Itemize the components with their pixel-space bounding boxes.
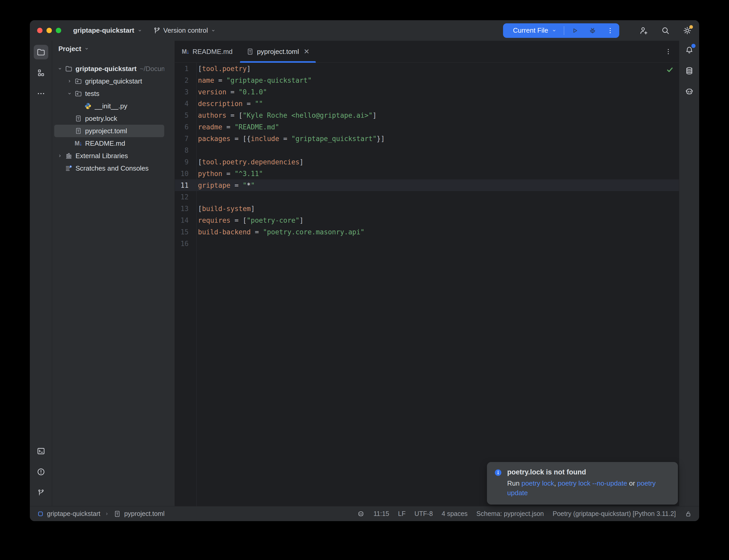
chevron-down-icon xyxy=(137,28,143,33)
code-text: griptape = "*" xyxy=(196,181,255,189)
statusbar-item-4-spaces[interactable]: 4 spaces xyxy=(442,510,468,517)
project-panel-header[interactable]: Project xyxy=(52,41,175,53)
run-config-selector[interactable]: Current File xyxy=(513,26,548,34)
user-plus-icon[interactable] xyxy=(639,26,648,35)
code-line-7[interactable]: 7packages = [{include = "griptape_quicks… xyxy=(175,133,679,144)
code-line-10[interactable]: 10python = "^3.11" xyxy=(175,168,679,179)
scratches-icon xyxy=(65,164,73,172)
code-text: [build-system] xyxy=(196,205,255,213)
code-line-14[interactable]: 14requires = ["poetry-core"] xyxy=(175,214,679,226)
copilot-icon[interactable] xyxy=(357,510,365,518)
code-text: packages = [{include = "griptape_quickst… xyxy=(196,135,385,143)
breadcrumb-item-griptape-quickstart[interactable]: griptape-quickstart xyxy=(37,510,100,517)
terminal-tool-button[interactable] xyxy=(34,444,48,458)
project-tool-button[interactable] xyxy=(34,45,48,59)
notifications-tool-button[interactable] xyxy=(682,43,697,57)
tab-readme-md[interactable]: M↓README.md xyxy=(175,41,239,62)
chevron-right-icon[interactable] xyxy=(55,153,65,159)
search-icon[interactable] xyxy=(661,26,670,35)
code-line-15[interactable]: 15build-backend = "poetry.core.masonry.a… xyxy=(175,226,679,238)
statusbar-item-schema-pyproject-json[interactable]: Schema: pyproject.json xyxy=(476,510,544,517)
close-window-button[interactable] xyxy=(37,28,43,33)
tree-item-readme-md[interactable]: M↓README.md xyxy=(54,137,164,150)
chevron-right-icon[interactable] xyxy=(65,78,74,84)
code-line-8[interactable]: 8 xyxy=(175,144,679,156)
code-editor[interactable]: 1[tool.poetry]2name = "griptape-quicksta… xyxy=(175,63,679,506)
lock-open-icon[interactable] xyxy=(685,510,692,517)
tree-item-init-py[interactable]: __init__.py xyxy=(54,100,164,112)
tree-item-poetry-lock[interactable]: poetry.lock xyxy=(54,112,164,125)
structure-tool-button[interactable] xyxy=(34,66,48,80)
project-widget[interactable]: griptape-quickstart xyxy=(73,26,143,34)
notification-title: poetry.lock is not found xyxy=(507,468,670,476)
tab-pyproject-toml[interactable]: pyproject.toml✕ xyxy=(239,41,316,62)
tree-item-pyproject-toml[interactable]: pyproject.toml xyxy=(54,125,164,137)
code-line-6[interactable]: 6readme = "README.md" xyxy=(175,121,679,133)
toml-icon xyxy=(74,127,82,135)
tree-item-griptape-quickstart[interactable]: griptape_quickstart xyxy=(54,75,164,87)
ai-assistant-tool-button[interactable] xyxy=(682,84,697,99)
code-text: authors = ["Kyle Roche <hello@griptape.a… xyxy=(196,111,377,119)
tab-options-kebab-icon[interactable] xyxy=(664,48,679,55)
more-run-options-button[interactable] xyxy=(606,27,614,34)
line-number: 7 xyxy=(175,135,196,143)
code-line-5[interactable]: 5authors = ["Kyle Roche <hello@griptape.… xyxy=(175,109,679,121)
chevron-down-icon[interactable] xyxy=(551,28,557,33)
statusbar-item-poetry-griptape-quickstart-pyt[interactable]: Poetry (griptape-quickstart) [Python 3.1… xyxy=(553,510,676,517)
settings-update-badge xyxy=(689,25,693,29)
code-line-11[interactable]: 11griptape = "*" xyxy=(175,179,679,191)
code-line-3[interactable]: 3version = "0.1.0" xyxy=(175,86,679,98)
statusbar-item-lf[interactable]: LF xyxy=(398,510,406,517)
chevron-down-icon xyxy=(210,28,216,33)
breadcrumb-label: pyproject.toml xyxy=(124,510,165,517)
settings-button[interactable] xyxy=(683,26,692,35)
tree-item-tests[interactable]: tests xyxy=(54,87,164,100)
tree-item-scratches-and-consoles[interactable]: Scratches and Consoles xyxy=(54,162,164,174)
inspections-check-icon[interactable] xyxy=(666,66,674,74)
line-number: 11 xyxy=(175,181,196,189)
line-number: 12 xyxy=(175,193,196,201)
code-line-4[interactable]: 4description = "" xyxy=(175,98,679,109)
chevron-down-icon[interactable] xyxy=(55,66,65,72)
notification-popup[interactable]: poetry.lock is not found Run poetry lock… xyxy=(487,462,678,505)
statusbar-item-11-15[interactable]: 11:15 xyxy=(374,510,390,517)
code-text: python = "^3.11" xyxy=(196,170,263,178)
notification-link-poetry-lock[interactable]: poetry lock xyxy=(522,479,554,487)
zoom-window-button[interactable] xyxy=(56,28,61,33)
code-line-1[interactable]: 1[tool.poetry] xyxy=(175,63,679,74)
close-tab-icon[interactable]: ✕ xyxy=(303,47,309,56)
more-icon xyxy=(37,89,45,98)
chevron-down-icon[interactable] xyxy=(65,91,74,96)
code-line-13[interactable]: 13[build-system] xyxy=(175,203,679,214)
debug-button[interactable] xyxy=(589,27,596,34)
version-control-tool-button[interactable] xyxy=(34,485,48,500)
code-text: build-backend = "poetry.core.masonry.api… xyxy=(196,228,364,236)
line-number: 4 xyxy=(175,100,196,108)
database-icon xyxy=(685,66,694,75)
database-tool-button[interactable] xyxy=(682,64,697,78)
code-text: readme = "README.md" xyxy=(196,123,279,131)
code-line-9[interactable]: 9[tool.poetry.dependencies] xyxy=(175,156,679,168)
line-number: 10 xyxy=(175,170,196,178)
line-number: 6 xyxy=(175,123,196,131)
run-button[interactable] xyxy=(571,27,579,34)
vcs-widget[interactable]: Version control xyxy=(153,26,216,34)
breadcrumb: griptape-quickstartpyproject.toml xyxy=(37,510,164,518)
notification-link-poetry-lock-no-update[interactable]: poetry lock --no-update xyxy=(558,479,627,487)
more-tools-button[interactable] xyxy=(34,86,48,101)
code-line-12[interactable]: 12 xyxy=(175,191,679,203)
minimize-window-button[interactable] xyxy=(46,28,52,33)
tree-item-external-libraries[interactable]: External Libraries xyxy=(54,150,164,162)
problems-tool-button[interactable] xyxy=(34,465,48,479)
main-area: Project griptape-quickstart~/Documegript… xyxy=(30,41,699,506)
divider xyxy=(564,26,564,35)
tree-item-label: README.md xyxy=(85,139,125,148)
code-line-2[interactable]: 2name = "griptape-quickstart" xyxy=(175,74,679,86)
code-line-16[interactable]: 16 xyxy=(175,238,679,249)
statusbar-item-utf-8[interactable]: UTF-8 xyxy=(414,510,433,517)
notification-text: , xyxy=(554,479,558,487)
package-folder-icon xyxy=(74,77,82,85)
breadcrumb-item-pyproject-toml[interactable]: pyproject.toml xyxy=(113,510,165,518)
line-number: 3 xyxy=(175,88,196,96)
tree-item-griptape-quickstart[interactable]: griptape-quickstart~/Docume xyxy=(54,62,164,75)
